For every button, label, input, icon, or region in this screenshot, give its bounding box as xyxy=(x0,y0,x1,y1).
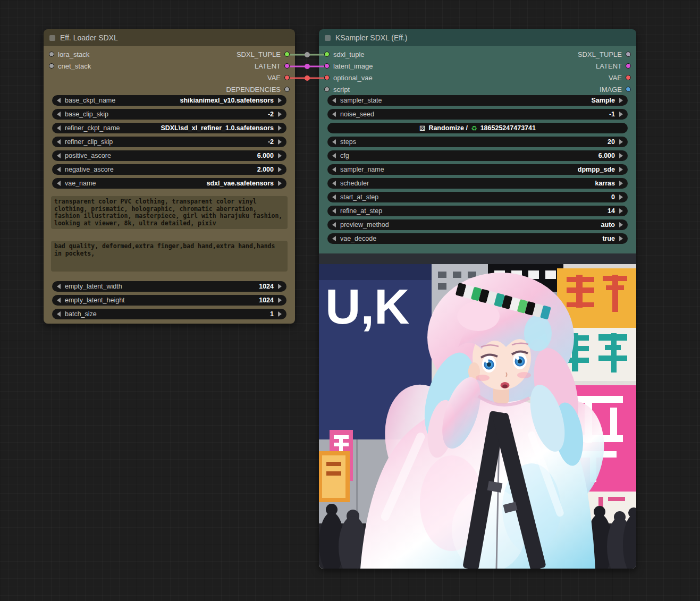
increment-arrow-icon[interactable] xyxy=(619,222,623,227)
decrement-arrow-icon[interactable] xyxy=(57,98,61,103)
collapse-icon[interactable] xyxy=(49,35,55,41)
increment-arrow-icon[interactable] xyxy=(278,153,282,158)
slot-dot-dependencies[interactable] xyxy=(284,87,290,92)
decrement-arrow-icon[interactable] xyxy=(332,181,336,186)
decrement-arrow-icon[interactable] xyxy=(332,236,336,241)
decrement-arrow-icon[interactable] xyxy=(57,153,61,158)
output-slot-sdxl-tuple[interactable]: SDXL_TUPLE xyxy=(226,48,290,60)
slot-dot-vae-out[interactable] xyxy=(626,75,631,80)
slot-dot-latent-image[interactable] xyxy=(324,63,330,69)
link-dot-vae[interactable] xyxy=(305,75,310,81)
widget-preview-method[interactable]: preview_method auto xyxy=(327,219,628,230)
increment-arrow-icon[interactable] xyxy=(278,125,282,131)
widget-steps[interactable]: steps 20 xyxy=(327,137,628,147)
increment-arrow-icon[interactable] xyxy=(619,181,623,186)
ksampler-title-bar[interactable]: KSampler SDXL (Eff.) xyxy=(319,29,636,46)
output-slot-vae[interactable]: VAE xyxy=(226,72,290,83)
slot-dot-sdxl-tuple-out[interactable] xyxy=(626,52,631,57)
widget-sampler-name[interactable]: sampler_name dpmpp_sde xyxy=(327,164,628,175)
widget-noise-seed[interactable]: noise_seed -1 xyxy=(327,109,628,120)
input-slot-optional-vae[interactable]: optional_vae xyxy=(324,72,373,83)
link-dot-sdxl-tuple[interactable] xyxy=(305,52,310,57)
increment-arrow-icon[interactable] xyxy=(278,298,282,303)
input-slot-cnet-stack[interactable]: cnet_stack xyxy=(49,60,91,72)
widget-positive-ascore[interactable]: positive_ascore 6.000 xyxy=(52,150,286,161)
output-slot-latent[interactable]: LATENT xyxy=(578,60,631,72)
slot-dot-image-out[interactable] xyxy=(626,87,631,92)
decrement-arrow-icon[interactable] xyxy=(57,167,61,172)
decrement-arrow-icon[interactable] xyxy=(332,222,336,227)
slot-dot-latent[interactable] xyxy=(284,63,290,69)
widget-cfg[interactable]: cfg 6.000 xyxy=(327,150,628,161)
increment-arrow-icon[interactable] xyxy=(619,194,623,200)
input-slot-latent-image[interactable]: latent_image xyxy=(324,60,373,72)
link-dot-latent[interactable] xyxy=(305,64,310,69)
collapse-icon[interactable] xyxy=(325,35,331,41)
decrement-arrow-icon[interactable] xyxy=(57,284,61,289)
output-slot-sdxl-tuple[interactable]: SDXL_TUPLE xyxy=(578,48,631,60)
slot-dot-cnet-stack[interactable] xyxy=(49,63,54,69)
widget-vae-name[interactable]: vae_name sdxl_vae.safetensors xyxy=(52,178,286,189)
decrement-arrow-icon[interactable] xyxy=(332,112,336,117)
increment-arrow-icon[interactable] xyxy=(278,167,282,172)
slot-dot-lora-stack[interactable] xyxy=(49,52,54,57)
positive-prompt-textarea[interactable]: transparent color PVC clothing, transpar… xyxy=(51,196,288,229)
decrement-arrow-icon[interactable] xyxy=(57,181,61,186)
widget-negative-ascore[interactable]: negative_ascore 2.000 xyxy=(52,164,286,175)
increment-arrow-icon[interactable] xyxy=(619,208,623,214)
input-slot-lora-stack[interactable]: lora_stack xyxy=(49,48,91,60)
widget-sampler-state[interactable]: sampler_state Sample xyxy=(327,95,628,106)
widget-start-at-step[interactable]: start_at_step 0 xyxy=(327,192,628,202)
slot-dot-vae[interactable] xyxy=(284,75,290,80)
increment-arrow-icon[interactable] xyxy=(619,153,623,158)
input-slot-sdxl-tuple[interactable]: sdxl_tuple xyxy=(324,48,373,60)
output-slot-dependencies[interactable]: DEPENDENCIES xyxy=(226,83,290,95)
increment-arrow-icon[interactable] xyxy=(278,98,282,103)
node-ksampler-sdxl[interactable]: KSampler SDXL (Eff.) sdxl_tuple latent_i… xyxy=(319,29,636,569)
decrement-arrow-icon[interactable] xyxy=(57,112,61,117)
slot-dot-sdxl-tuple[interactable] xyxy=(324,52,330,57)
input-slot-script[interactable]: script xyxy=(324,83,373,95)
randomize-seed-button[interactable]: ⚄ Randomize / ♻ 186525247473741 xyxy=(327,123,628,133)
widget-batch-size[interactable]: batch_size 1 xyxy=(52,309,286,319)
increment-arrow-icon[interactable] xyxy=(278,181,282,186)
decrement-arrow-icon[interactable] xyxy=(332,139,336,145)
decrement-arrow-icon[interactable] xyxy=(332,98,336,103)
widget-refine-at-step[interactable]: refine_at_step 14 xyxy=(327,206,628,216)
node-eff-loader-sdxl[interactable]: Eff. Loader SDXL lora_stack cnet_stack xyxy=(44,29,295,324)
widget-base-ckpt-name[interactable]: base_ckpt_name shikianimexl_v10.safetens… xyxy=(52,95,286,106)
widget-refiner-clip-skip[interactable]: refiner_clip_skip -2 xyxy=(52,137,286,147)
increment-arrow-icon[interactable] xyxy=(619,112,623,117)
decrement-arrow-icon[interactable] xyxy=(332,167,336,172)
slot-dot-optional-vae[interactable] xyxy=(324,75,330,80)
decrement-arrow-icon[interactable] xyxy=(332,208,336,214)
loader-title-bar[interactable]: Eff. Loader SDXL xyxy=(44,29,295,46)
decrement-arrow-icon[interactable] xyxy=(57,125,61,131)
increment-arrow-icon[interactable] xyxy=(619,98,623,103)
decrement-arrow-icon[interactable] xyxy=(57,139,61,145)
widget-base-clip-skip[interactable]: base_clip_skip -2 xyxy=(52,109,286,120)
widget-scheduler[interactable]: scheduler karras xyxy=(327,178,628,189)
output-slot-latent[interactable]: LATENT xyxy=(226,60,290,72)
increment-arrow-icon[interactable] xyxy=(278,112,282,117)
increment-arrow-icon[interactable] xyxy=(619,236,623,241)
decrement-arrow-icon[interactable] xyxy=(57,298,61,303)
decrement-arrow-icon[interactable] xyxy=(332,153,336,158)
output-slot-vae[interactable]: VAE xyxy=(578,72,631,83)
widget-empty-latent-height[interactable]: empty_latent_height 1024 xyxy=(52,295,286,306)
graph-canvas[interactable]: Eff. Loader SDXL lora_stack cnet_stack xyxy=(0,0,700,601)
increment-arrow-icon[interactable] xyxy=(619,167,623,172)
increment-arrow-icon[interactable] xyxy=(278,311,282,317)
widget-empty-latent-width[interactable]: empty_latent_width 1024 xyxy=(52,281,286,292)
output-slot-image[interactable]: IMAGE xyxy=(578,83,631,95)
widget-refiner-ckpt-name[interactable]: refiner_ckpt_name SDXL\sd_xl_refiner_1.0… xyxy=(52,123,286,133)
slot-dot-latent-out[interactable] xyxy=(626,63,631,69)
increment-arrow-icon[interactable] xyxy=(278,139,282,145)
slot-dot-script[interactable] xyxy=(324,87,330,92)
decrement-arrow-icon[interactable] xyxy=(57,311,61,317)
decrement-arrow-icon[interactable] xyxy=(332,194,336,200)
increment-arrow-icon[interactable] xyxy=(619,139,623,145)
negative-prompt-textarea[interactable]: bad quality, deformed,extra finger,bad h… xyxy=(51,241,288,272)
increment-arrow-icon[interactable] xyxy=(278,284,282,289)
slot-dot-sdxl-tuple[interactable] xyxy=(284,52,290,57)
